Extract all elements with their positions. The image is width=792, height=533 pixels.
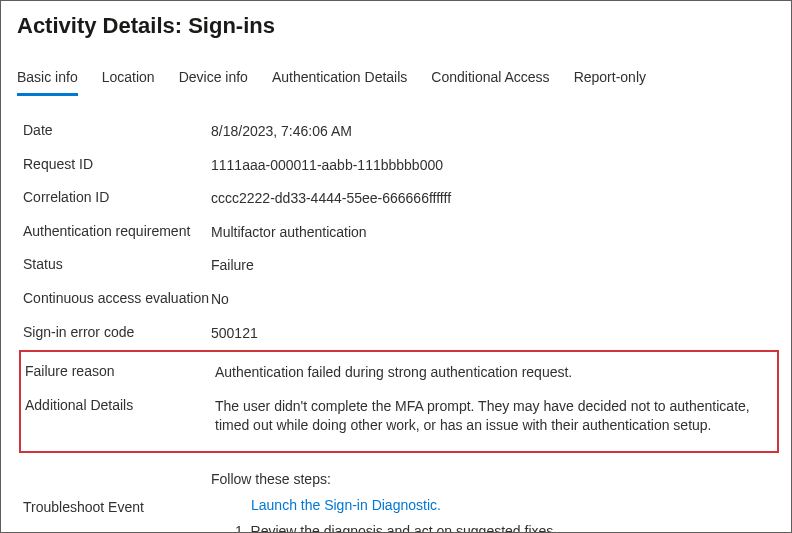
value-request-id: 1111aaa-000011-aabb-111bbbbb000 (211, 156, 775, 176)
tab-report-only[interactable]: Report-only (574, 63, 646, 96)
row-auth-requirement: Authentication requirement Multifactor a… (23, 216, 775, 250)
basic-info-panel: Date 8/18/2023, 7:46:06 AM Request ID 11… (17, 115, 775, 533)
page-title: Activity Details: Sign-ins (17, 13, 775, 39)
value-correlation-id: cccc2222-dd33-4444-55ee-666666ffffff (211, 189, 775, 209)
value-additional-details: The user didn't complete the MFA prompt.… (215, 397, 773, 436)
value-continuous-access: No (211, 290, 775, 310)
label-failure-reason: Failure reason (25, 363, 215, 379)
row-status: Status Failure (23, 249, 775, 283)
label-additional-details: Additional Details (25, 397, 215, 413)
row-failure-reason: Failure reason Authentication failed dur… (21, 356, 777, 390)
row-continuous-access: Continuous access evaluation No (23, 283, 775, 317)
tabs-bar: Basic info Location Device info Authenti… (17, 63, 775, 97)
launch-diagnostic-link[interactable]: Launch the Sign-in Diagnostic. (251, 497, 441, 513)
row-troubleshoot: Troubleshoot Event Follow these steps: L… (23, 453, 775, 533)
row-additional-details: Additional Details The user didn't compl… (21, 390, 777, 443)
label-status: Status (23, 256, 211, 272)
tab-basic-info[interactable]: Basic info (17, 63, 78, 96)
row-error-code: Sign-in error code 500121 (23, 317, 775, 351)
value-troubleshoot: Follow these steps: Launch the Sign-in D… (211, 471, 775, 533)
tab-location[interactable]: Location (102, 63, 155, 96)
label-error-code: Sign-in error code (23, 324, 211, 340)
label-correlation-id: Correlation ID (23, 189, 211, 205)
value-failure-reason: Authentication failed during strong auth… (215, 363, 773, 383)
troubleshoot-intro: Follow these steps: (211, 471, 775, 487)
tab-conditional-access[interactable]: Conditional Access (431, 63, 549, 96)
row-request-id: Request ID 1111aaa-000011-aabb-111bbbbb0… (23, 149, 775, 183)
value-status: Failure (211, 256, 775, 276)
value-error-code: 500121 (211, 324, 775, 344)
value-date: 8/18/2023, 7:46:06 AM (211, 122, 775, 142)
label-request-id: Request ID (23, 156, 211, 172)
tab-authentication-details[interactable]: Authentication Details (272, 63, 407, 96)
value-auth-requirement: Multifactor authentication (211, 223, 775, 243)
row-date: Date 8/18/2023, 7:46:06 AM (23, 115, 775, 149)
label-troubleshoot: Troubleshoot Event (23, 471, 211, 515)
label-continuous-access: Continuous access evaluation (23, 290, 211, 306)
tab-device-info[interactable]: Device info (179, 63, 248, 96)
row-correlation-id: Correlation ID cccc2222-dd33-4444-55ee-6… (23, 182, 775, 216)
label-date: Date (23, 122, 211, 138)
label-auth-requirement: Authentication requirement (23, 223, 211, 239)
highlighted-failure-section: Failure reason Authentication failed dur… (19, 350, 779, 453)
troubleshoot-step-1: 1. Review the diagnosis and act on sugge… (235, 523, 775, 533)
